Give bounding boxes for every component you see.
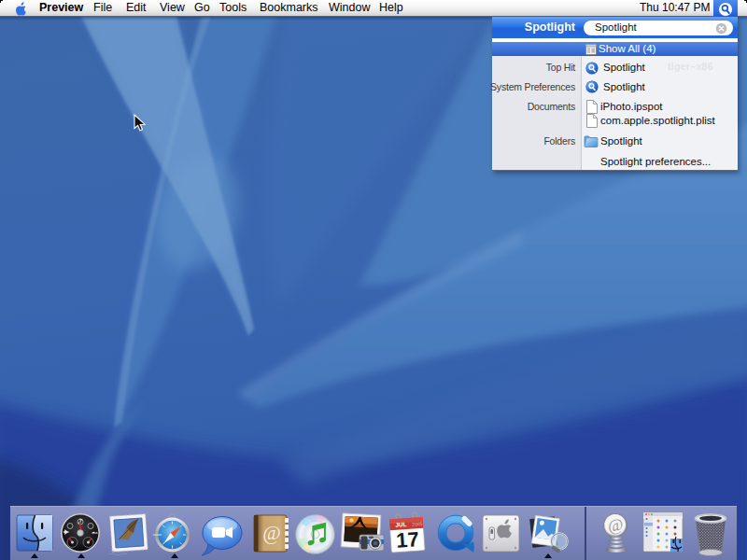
svg-text:17: 17 <box>395 527 419 553</box>
svg-text:@: @ <box>262 522 280 544</box>
svg-text:2005: 2005 <box>412 521 423 527</box>
svg-text:JUL: JUL <box>395 521 407 528</box>
